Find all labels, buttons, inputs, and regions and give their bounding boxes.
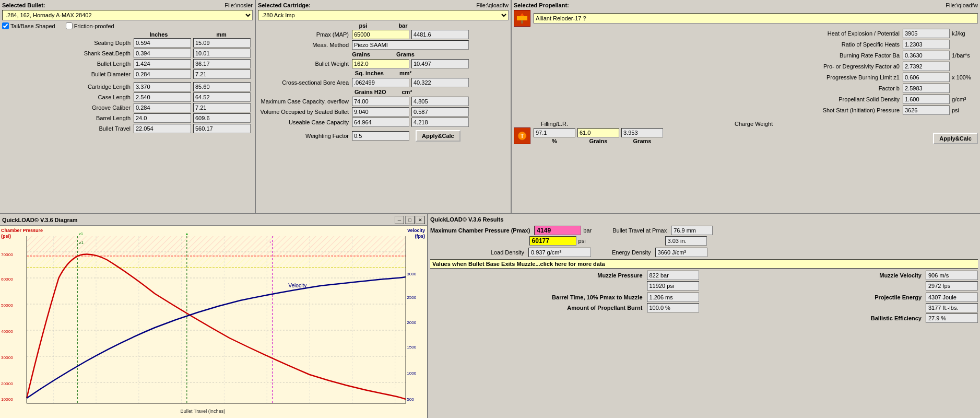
bore-area-sqin-input[interactable]: [352, 78, 409, 87]
prog-burning-input[interactable]: [903, 73, 950, 82]
max-pressure-bar-unit: bar: [583, 227, 592, 234]
charge-grams-input[interactable]: [621, 128, 663, 137]
bullet-diameter-mm[interactable]: [193, 69, 251, 79]
muzzle-pressure-row: Muzzle Pressure 822 bar: [430, 271, 699, 280]
degressivity-label: Pro- or Degressivity Factor a0: [514, 63, 903, 69]
pmax-bar-input[interactable]: [411, 30, 469, 39]
cartridge-select[interactable]: .280 Ack Imp: [258, 10, 509, 20]
center-apply-btn[interactable]: Apply&Calc: [416, 130, 461, 142]
cartridge-title: Selected Cartridge:: [258, 2, 311, 8]
weighting-input[interactable]: [352, 131, 409, 141]
bullet-select[interactable]: .284, 162, Hornady A-MAX 28402: [2, 10, 253, 20]
filling-pct-input[interactable]: [534, 128, 575, 137]
propellant-icon: [514, 10, 530, 27]
seating-depth-label: Seating Depth: [2, 40, 134, 46]
svg-text:20000: 20000: [1, 381, 13, 386]
svg-text:500: 500: [407, 397, 414, 402]
vol-seated-label: Volume Occupied by Seated Bullet: [258, 109, 352, 115]
degressivity-input[interactable]: [903, 62, 950, 71]
filling-apply-row: T Filling/L.R. Charge Weight % Grains Gr…: [514, 121, 978, 144]
shot-start-input[interactable]: [903, 106, 950, 115]
specific-heats-row: Ratio of Specific Heats: [514, 40, 978, 49]
bullet-weight-grams-input[interactable]: [411, 59, 469, 68]
muzzle-data-grid: Muzzle Pressure 822 bar placeholder 1192…: [430, 271, 978, 324]
max-case-h2o-input[interactable]: [352, 97, 409, 106]
svg-text:60000: 60000: [1, 277, 13, 282]
bullet-header: Selected Bullet: File:\nosler: [2, 2, 253, 8]
tail-base-option[interactable]: Tail/Base Shaped: [2, 22, 55, 29]
muzzle-velocity-fps-row: placeholder 2972 fps: [710, 281, 978, 291]
bullet-length-mm[interactable]: [193, 59, 251, 68]
seating-depth-row: Seating Depth: [2, 38, 253, 48]
bullet-diameter-inches[interactable]: [134, 69, 191, 79]
vol-seated-h2o-input[interactable]: [352, 107, 409, 117]
burning-rate-label: Burning Rate Factor Ba: [514, 52, 903, 59]
h2o-header: Grains H2O: [355, 89, 386, 95]
vol-seated-cm3-input[interactable]: [411, 107, 469, 117]
burning-rate-row: Burning Rate Factor Ba 1/bar*s: [514, 51, 978, 60]
bullet-travel-inches[interactable]: [134, 124, 191, 133]
muzzle-pressure-psi-row: placeholder 11920 psi: [430, 281, 699, 291]
max-case-cm3-input[interactable]: [411, 97, 469, 106]
filling-col-headers: Filling/L.R. Charge Weight: [534, 121, 930, 127]
mm2-header: mm²: [399, 70, 411, 76]
groove-caliber-label: Groove Caliber: [2, 104, 134, 111]
heat-explosion-input[interactable]: [903, 29, 950, 38]
muzzle-velocity-row: Muzzle Velocity 906 m/s: [710, 271, 978, 280]
useable-cm3-input[interactable]: [411, 118, 469, 127]
diagram-restore-btn[interactable]: □: [405, 216, 415, 224]
factor-b-input[interactable]: [903, 84, 950, 93]
barrel-time-row: Barrel Time, 10% Pmax to Muzzle 1.206 ms: [430, 293, 699, 302]
meas-method-row: Meas. Method: [258, 40, 509, 50]
bullet-length-inches[interactable]: [134, 59, 191, 68]
tail-base-checkbox[interactable]: [2, 22, 9, 29]
burning-rate-input[interactable]: [903, 51, 950, 60]
meas-method-input[interactable]: [352, 40, 469, 50]
results-panel: QuickLOAD© V.3.6 Results Maximum Chamber…: [428, 214, 980, 418]
useable-h2o-input[interactable]: [352, 118, 409, 127]
shank-seat-inches[interactable]: [134, 49, 191, 58]
cartridge-panel: Selected Cartridge: File:\qloadfw .280 A…: [256, 0, 512, 213]
muzzle-pressure-label: Muzzle Pressure: [430, 272, 643, 278]
groove-caliber-mm[interactable]: [193, 103, 251, 112]
solid-density-input[interactable]: [903, 95, 950, 104]
propellant-name-row: [514, 10, 978, 27]
useable-label: Useable Case Capacity: [258, 119, 352, 125]
bullet-weight-grains-input[interactable]: [352, 59, 409, 68]
cartridge-length-mm[interactable]: [193, 82, 251, 91]
results-title: QuickLOAD© V.3.6 Results: [430, 216, 978, 223]
apply-icon-container: T: [514, 127, 530, 144]
svg-text:40000: 40000: [1, 329, 13, 334]
barrel-length-mm[interactable]: [193, 113, 251, 123]
filling-section: Filling/L.R. Charge Weight % Grains Gram…: [534, 121, 930, 144]
svg-text:z1: z1: [79, 240, 84, 245]
diagram-minimize-btn[interactable]: ─: [395, 216, 404, 224]
diagram-close-btn[interactable]: ✕: [416, 216, 425, 224]
pmax-label: Pmax (MAP): [258, 31, 352, 38]
tail-base-label: Tail/Base Shaped: [10, 23, 55, 29]
bore-area-mm2-input[interactable]: [411, 78, 469, 87]
propellant-name-input[interactable]: [534, 13, 978, 24]
grams-col-label: Grams: [621, 138, 663, 144]
bullet-travel-mm[interactable]: [193, 124, 251, 133]
friction-proofed-checkbox[interactable]: [66, 22, 73, 29]
shank-seat-mm[interactable]: [193, 49, 251, 58]
energy-density-label: Energy Density: [612, 249, 651, 256]
grams-header: Grams: [396, 51, 415, 57]
propellant-fields-col: Heat of Explosion / Potential kJ/kg Rati…: [514, 29, 978, 117]
barrel-length-inches[interactable]: [134, 113, 191, 123]
cartridge-length-inches[interactable]: [134, 82, 191, 91]
seating-depth-inches[interactable]: [134, 38, 191, 48]
pmax-row: Pmax (MAP): [258, 30, 509, 39]
pmax-psi-input[interactable]: [352, 30, 409, 39]
groove-caliber-inches[interactable]: [134, 103, 191, 112]
charge-grains-input[interactable]: [577, 128, 619, 137]
seating-depth-mm[interactable]: [193, 38, 251, 48]
case-length-inches[interactable]: [134, 92, 191, 102]
density-row: Load Density 0.937 g/cm³ Energy Density …: [430, 248, 978, 257]
diagram-panel: QuickLOAD© V.3.6 Diagram ─ □ ✕ Chamber P…: [0, 214, 428, 418]
specific-heats-input[interactable]: [903, 40, 950, 49]
case-length-mm[interactable]: [193, 92, 251, 102]
right-apply-btn[interactable]: Apply&Calc: [933, 133, 978, 144]
friction-proofed-option[interactable]: Friction-proofed: [66, 22, 114, 29]
